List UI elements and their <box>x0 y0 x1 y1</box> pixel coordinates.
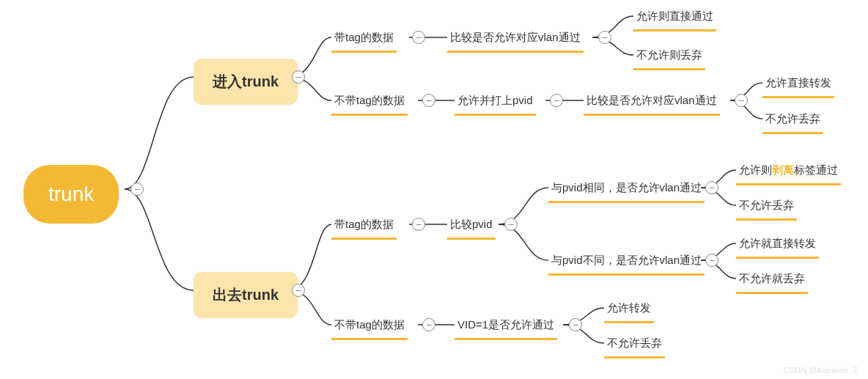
collapse-icon[interactable]: − <box>422 94 435 107</box>
node-in-tag-compare[interactable]: 比较是否允许对应vlan通过 <box>447 26 584 53</box>
node-out-notag-deny[interactable]: 不允许丢弃 <box>604 332 665 358</box>
collapse-icon[interactable]: − <box>292 284 305 297</box>
collapse-icon[interactable]: − <box>412 31 425 44</box>
collapse-icon[interactable]: − <box>735 94 748 107</box>
collapse-icon[interactable]: − <box>412 218 425 231</box>
node-in-tag-allow[interactable]: 允许则直接通过 <box>633 5 716 32</box>
watermark-text: CSDN @Adelaide_Z <box>784 366 858 375</box>
node-out-tag-same-deny[interactable]: 不允许丢弃 <box>736 194 797 221</box>
root-label: trunk <box>48 183 94 206</box>
node-in-notag-pvid[interactable]: 允许并打上pvid <box>455 89 536 116</box>
collapse-icon[interactable]: − <box>705 254 718 267</box>
node-in-notag-allow[interactable]: 允许直接转发 <box>762 72 834 98</box>
node-out-tag-diff[interactable]: 与pvid不同，是否允许vlan通过 <box>548 249 705 276</box>
node-in-tag[interactable]: 带tag的数据 <box>331 26 397 53</box>
node-in-tag-deny[interactable]: 不允许则丢弃 <box>633 44 705 70</box>
node-out-tag-diff-deny[interactable]: 不允许就丢弃 <box>736 268 808 294</box>
collapse-icon[interactable]: − <box>550 94 563 107</box>
node-out-tag[interactable]: 带tag的数据 <box>331 213 397 240</box>
branch-label: 进入trunk <box>213 72 279 92</box>
node-out-notag[interactable]: 不带tag的数据 <box>331 314 408 340</box>
node-out-tag-compare[interactable]: 比较pvid <box>447 213 496 240</box>
node-out-notag-vid[interactable]: VID=1是否允许通过 <box>455 314 557 340</box>
collapse-icon[interactable]: − <box>569 318 582 331</box>
node-out-tag-same[interactable]: 与pvid相同，是否允许vlan通过 <box>548 177 705 203</box>
node-out-notag-allow[interactable]: 允许转发 <box>604 297 654 323</box>
root-node[interactable]: trunk <box>23 165 119 224</box>
node-in-notag-compare[interactable]: 比较是否允许对应vlan通过 <box>584 89 720 116</box>
collapse-icon[interactable]: − <box>130 183 144 196</box>
collapse-icon[interactable]: − <box>598 31 611 44</box>
collapse-icon[interactable]: − <box>705 181 718 194</box>
branch-enter-trunk[interactable]: 进入trunk <box>194 59 298 105</box>
node-in-notag[interactable]: 不带tag的数据 <box>331 89 408 116</box>
branch-exit-trunk[interactable]: 出去trunk <box>194 272 298 318</box>
branch-label: 出去trunk <box>213 285 279 305</box>
collapse-icon[interactable]: − <box>422 318 435 331</box>
node-out-tag-diff-allow[interactable]: 允许就直接转发 <box>736 232 819 259</box>
collapse-icon[interactable]: − <box>292 70 305 84</box>
collapse-icon[interactable]: − <box>504 218 518 231</box>
node-out-tag-same-allow[interactable]: 允许则剥离标签通过 <box>736 159 841 185</box>
node-in-notag-deny[interactable]: 不允许丢弃 <box>762 108 823 134</box>
